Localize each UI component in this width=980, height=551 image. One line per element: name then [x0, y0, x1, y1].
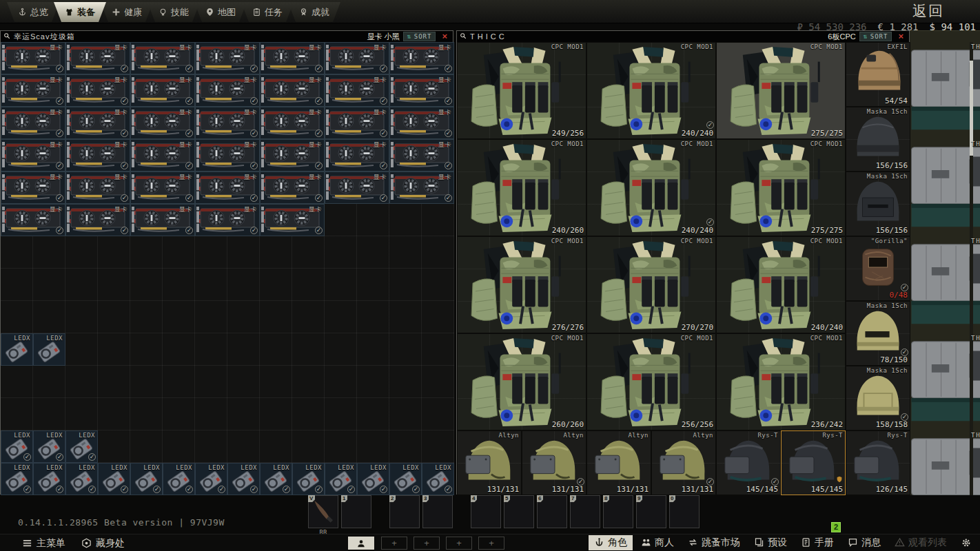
- gpu-item[interactable]: 显卡✓: [389, 171, 454, 204]
- helmet-item[interactable]: Maska 1Sch156/156: [846, 107, 910, 171]
- quick-slot-7[interactable]: 7: [570, 495, 600, 528]
- tab-vest[interactable]: 装备: [54, 2, 106, 22]
- ledx-item[interactable]: LEDX✓: [1, 430, 33, 463]
- helmet-item[interactable]: Altyn131/131: [586, 430, 651, 495]
- quick-slot-8[interactable]: 8: [603, 495, 633, 528]
- ledx-item[interactable]: LEDX✓: [33, 430, 65, 463]
- gpu-item[interactable]: 显卡✓: [130, 107, 195, 139]
- helmet-item[interactable]: Rys-T126/145: [846, 430, 910, 495]
- ledx-item[interactable]: LEDX✓: [422, 463, 454, 495]
- gpu-item[interactable]: 显卡✓: [1, 139, 65, 171]
- add-slot-button[interactable]: +: [478, 537, 504, 550]
- gpu-item[interactable]: 显卡✓: [325, 74, 389, 107]
- armor-item[interactable]: CPC MOD1275/275: [716, 139, 846, 236]
- settings-button[interactable]: [955, 536, 977, 550]
- gpu-item[interactable]: 显卡✓: [65, 107, 130, 139]
- gpu-item[interactable]: 显卡✓: [65, 139, 130, 171]
- armor-item[interactable]: CPC MOD1275/275: [716, 42, 846, 139]
- tab-tasks[interactable]: 任务: [241, 2, 294, 22]
- armor-item[interactable]: CPC MOD1240/260: [457, 139, 586, 236]
- presets-button[interactable]: 预设: [748, 535, 793, 550]
- quick-slot-5[interactable]: 5: [504, 495, 534, 528]
- junkbox-sort-button[interactable]: ⇅SORT: [403, 32, 436, 41]
- gpu-item[interactable]: 显卡✓: [130, 139, 195, 171]
- gpu-item[interactable]: 显卡✓: [389, 107, 454, 139]
- ledx-item[interactable]: LEDX: [1, 333, 33, 366]
- gpu-item[interactable]: 显卡✓: [389, 74, 454, 107]
- helmet-item[interactable]: Altyn131/131✓: [651, 430, 716, 495]
- gpu-item[interactable]: 显卡✓: [65, 74, 130, 107]
- junkbox-window-header[interactable]: 幸运Scav垃圾箱 显卡 小黑 ⇅SORT ×: [1, 31, 453, 43]
- junkbox-grid[interactable]: 显卡✓ 显卡✓ 显卡✓ 显卡✓ 显卡✓ 显卡✓ 显卡✓ 显卡✓: [1, 42, 454, 495]
- armor-item[interactable]: CPC MOD1270/270: [586, 236, 716, 333]
- gpu-item[interactable]: 显卡✓: [325, 171, 389, 204]
- add-slot-button[interactable]: +: [381, 537, 407, 550]
- armor-item[interactable]: CPC MOD1276/276: [457, 236, 586, 333]
- messages-button[interactable]: 消息: [842, 535, 886, 550]
- helmet-item[interactable]: Rys-T145/145: [781, 430, 846, 495]
- armor-item[interactable]: CPC MOD1249/256: [457, 42, 586, 139]
- gpu-item[interactable]: 显卡✓: [130, 42, 195, 74]
- hideout-button[interactable]: 藏身处: [77, 536, 129, 550]
- gpu-item[interactable]: 显卡✓: [260, 204, 325, 236]
- stash-scrollbar-track[interactable]: [970, 42, 973, 495]
- quick-slot-2[interactable]: 2: [389, 495, 420, 528]
- helmet-item[interactable]: Maska 1Sch158/158✓: [846, 366, 910, 430]
- tab-skills[interactable]: 技能: [147, 2, 200, 22]
- junkbox-close-icon[interactable]: ×: [439, 32, 450, 41]
- gpu-item[interactable]: 显卡✓: [195, 171, 260, 204]
- quick-slot-3[interactable]: 3: [422, 495, 453, 528]
- gpu-item[interactable]: 显卡✓: [260, 74, 325, 107]
- add-slot-button[interactable]: +: [414, 537, 440, 550]
- armor-item[interactable]: CPC MOD1240/240✓: [586, 42, 716, 139]
- helmet-item[interactable]: "Gorilla"0/48✓: [846, 236, 910, 301]
- flea-button[interactable]: 跳蚤市场: [682, 535, 746, 550]
- thicc-close-icon[interactable]: ×: [895, 32, 906, 41]
- ledx-item[interactable]: LEDX✓: [98, 463, 130, 495]
- gpu-item[interactable]: 显卡✓: [1, 107, 65, 139]
- helmet-item[interactable]: EXFIL54/54: [846, 42, 910, 107]
- gpu-item[interactable]: 显卡✓: [195, 139, 260, 171]
- armor-item[interactable]: CPC MOD1256/256: [586, 333, 716, 430]
- quick-slot-9[interactable]: 9: [636, 495, 666, 528]
- gpu-item[interactable]: 显卡✓: [195, 204, 260, 236]
- quick-slot-6[interactable]: 6: [537, 495, 567, 528]
- helmet-item[interactable]: Altyn131/131: [457, 430, 522, 495]
- gpu-item[interactable]: 显卡✓: [1, 74, 65, 107]
- gpu-item[interactable]: 显卡✓: [130, 204, 195, 236]
- ledx-item[interactable]: LEDX✓: [260, 463, 292, 495]
- gpu-item[interactable]: 显卡✓: [260, 107, 325, 139]
- back-button[interactable]: 返回: [912, 1, 944, 21]
- quick-slot-V[interactable]: V: [308, 495, 338, 528]
- ledx-item[interactable]: LEDX✓: [65, 463, 98, 495]
- add-slot-button[interactable]: +: [446, 537, 472, 550]
- armor-item[interactable]: CPC MOD1240/240✓: [586, 139, 716, 236]
- thicc-sort-button[interactable]: ⇅SORT: [859, 32, 892, 41]
- tab-achievements[interactable]: 成就: [288, 2, 340, 22]
- gpu-item[interactable]: 显卡✓: [389, 139, 454, 171]
- ledx-item[interactable]: LEDX✓: [389, 463, 422, 495]
- thicc-grid[interactable]: CPC MOD1249/256 CPC MOD1240/240✓ CPC MOD…: [457, 42, 910, 495]
- helmet-item[interactable]: Maska 1Sch156/156: [846, 171, 910, 236]
- ledx-item[interactable]: LEDX✓: [227, 463, 260, 495]
- gpu-item[interactable]: 显卡✓: [195, 74, 260, 107]
- tab-health[interactable]: 健康: [101, 2, 153, 22]
- armor-item[interactable]: CPC MOD1240/240: [716, 236, 846, 333]
- gpu-item[interactable]: 显卡✓: [1, 171, 65, 204]
- gpu-item[interactable]: 显卡✓: [65, 42, 130, 74]
- helmet-item[interactable]: Altyn131/131✓: [522, 430, 586, 495]
- ledx-item[interactable]: LEDX✓: [33, 463, 65, 495]
- armor-item[interactable]: CPC MOD1236/242: [716, 333, 846, 430]
- gpu-item[interactable]: 显卡✓: [195, 107, 260, 139]
- gpu-item[interactable]: 显卡✓: [260, 42, 325, 74]
- menu-button[interactable]: 主菜单: [18, 536, 70, 550]
- gpu-item[interactable]: 显卡✓: [325, 42, 389, 74]
- ledx-item[interactable]: LEDX✓: [1, 463, 33, 495]
- character-slot-button[interactable]: [348, 537, 374, 550]
- gpu-item[interactable]: 显卡✓: [65, 204, 130, 236]
- gpu-item[interactable]: 显卡✓: [65, 171, 130, 204]
- quick-slot-4[interactable]: 4: [471, 495, 501, 528]
- gpu-item[interactable]: 显卡✓: [130, 74, 195, 107]
- armor-item[interactable]: CPC MOD1260/260: [457, 333, 586, 430]
- ledx-item[interactable]: LEDX✓: [292, 463, 325, 495]
